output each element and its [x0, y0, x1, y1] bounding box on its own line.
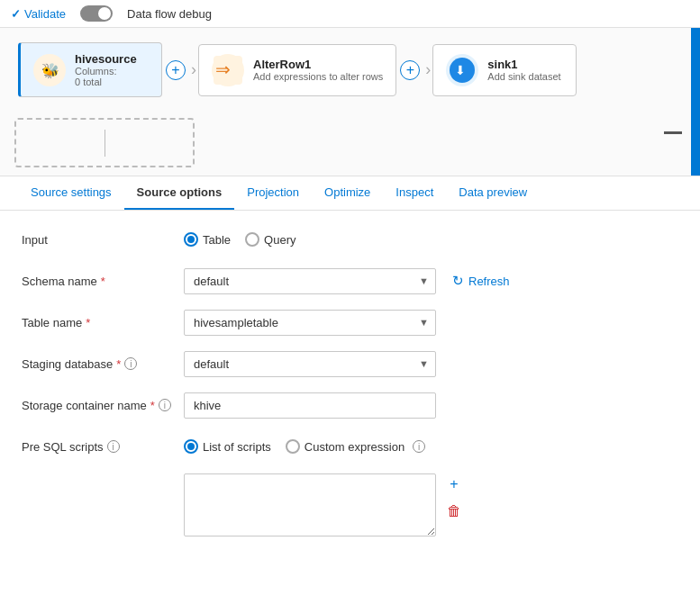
- hivesource-columns: Columns:0 total: [75, 66, 149, 87]
- table-name-control: hivesampletable ▼: [184, 310, 678, 336]
- sink1-content: sink1 Add sink dataset: [487, 58, 563, 82]
- schema-name-row: Schema name * default ▼ ↻ Refresh: [22, 266, 678, 295]
- tab-inspect[interactable]: Inspect: [383, 176, 446, 210]
- arrow-2: ›: [425, 60, 431, 79]
- radio-table-inner: [187, 236, 195, 243]
- pre-sql-radio-group: List of scripts Custom expression i: [184, 439, 425, 454]
- schema-name-select-wrapper: default ▼: [184, 268, 436, 294]
- tabs-bar: Source settings Source options Projectio…: [0, 176, 700, 211]
- table-name-required: *: [86, 316, 90, 329]
- schema-name-control: default ▼ ↻ Refresh: [184, 268, 678, 294]
- alterrow1-sub: Add expressions to alter rows: [253, 71, 383, 82]
- input-label: Input: [22, 233, 184, 247]
- table-name-select[interactable]: hivesampletable: [184, 310, 436, 336]
- node-sink1[interactable]: ⬇ sink1 Add sink dataset: [432, 44, 577, 96]
- schema-name-select[interactable]: default: [184, 268, 436, 294]
- schema-name-required: *: [101, 275, 105, 288]
- staging-db-select[interactable]: default: [184, 351, 436, 377]
- delete-script-button[interactable]: 🗑: [443, 500, 465, 522]
- radio-list-outer: [184, 439, 198, 454]
- refresh-button[interactable]: ↻ Refresh: [445, 269, 517, 293]
- staging-db-required: *: [116, 357, 121, 371]
- tab-projection[interactable]: Projection: [234, 176, 312, 210]
- node-hivesource[interactable]: 🐝 hivesource Columns:0 total: [18, 42, 162, 97]
- debug-toggle[interactable]: [80, 5, 113, 22]
- radio-query-outer: [245, 232, 259, 247]
- minimize-button[interactable]: [664, 131, 682, 134]
- sink1-sub: Add sink dataset: [487, 71, 563, 82]
- svg-text:⇒: ⇒: [215, 59, 231, 79]
- pre-sql-control: List of scripts Custom expression i: [184, 439, 678, 454]
- radio-query[interactable]: Query: [245, 232, 295, 247]
- input-control: Table Query: [184, 232, 678, 247]
- hivesource-title: hivesource: [75, 52, 149, 66]
- alter-icon: ⇒: [212, 54, 244, 86]
- hivesource-content: hivesource Columns:0 total: [75, 52, 149, 87]
- arrow-1: ›: [191, 60, 196, 79]
- radio-list-inner: [187, 443, 195, 450]
- check-icon: ✓: [11, 7, 21, 21]
- radio-table[interactable]: Table: [184, 232, 231, 247]
- textarea-action-buttons: + 🗑: [443, 473, 465, 522]
- staging-db-control: default ▼: [184, 351, 678, 377]
- table-name-row: Table name * hivesampletable ▼: [22, 308, 678, 337]
- debug-label: Data flow debug: [127, 7, 212, 21]
- node-alterrow1[interactable]: ⇒ AlterRow1 Add expressions to alter row…: [198, 44, 396, 96]
- radio-table-outer: [184, 232, 198, 247]
- pre-sql-row: Pre SQL scripts i List of scripts Custom…: [22, 432, 678, 461]
- storage-container-control: khive: [184, 392, 678, 419]
- empty-node-placeholder[interactable]: [14, 118, 195, 167]
- sql-textarea[interactable]: [184, 473, 436, 536]
- table-name-label: Table name *: [22, 316, 184, 329]
- staging-db-row: Staging database * i default ▼: [22, 349, 678, 378]
- storage-container-row: Storage container name * i khive: [22, 391, 678, 419]
- staging-db-select-wrapper: default ▼: [184, 351, 436, 377]
- alterrow1-content: AlterRow1 Add expressions to alter rows: [253, 58, 383, 82]
- staging-db-label: Staging database * i: [22, 357, 184, 371]
- radio-list-label: List of scripts: [203, 440, 271, 454]
- custom-expression-info-icon[interactable]: i: [413, 440, 425, 453]
- radio-table-label: Table: [203, 233, 231, 247]
- radio-custom-label: Custom expression: [305, 440, 405, 454]
- add-script-button[interactable]: +: [443, 473, 465, 495]
- pre-sql-label: Pre SQL scripts i: [22, 440, 184, 454]
- storage-container-input[interactable]: khive: [184, 392, 436, 419]
- toggle-knob: [98, 7, 111, 20]
- form-area: Input Table Query Schema name *: [0, 211, 700, 585]
- sink-icon: ⬇: [446, 54, 478, 86]
- tab-data-preview[interactable]: Data preview: [446, 176, 540, 210]
- storage-container-label: Storage container name * i: [22, 399, 184, 412]
- storage-required: *: [150, 399, 155, 412]
- alterrow1-title: AlterRow1: [253, 58, 383, 71]
- sink1-title: sink1: [487, 58, 563, 71]
- input-radio-group: Table Query: [184, 232, 295, 247]
- pipeline: 🐝 hivesource Columns:0 total + › ⇒ Alter…: [18, 42, 682, 97]
- tab-source-options[interactable]: Source options: [124, 176, 235, 210]
- radio-query-label: Query: [264, 233, 295, 247]
- dashed-line: [105, 130, 105, 157]
- schema-name-label: Schema name *: [22, 275, 184, 288]
- radio-custom-outer: [286, 439, 300, 454]
- hive-icon: 🐝: [33, 54, 66, 86]
- input-row: Input Table Query: [22, 225, 678, 254]
- svg-text:🐝: 🐝: [41, 62, 59, 79]
- add-after-alterrow1[interactable]: +: [400, 60, 420, 80]
- validate-label: Validate: [24, 7, 66, 21]
- tab-source-settings[interactable]: Source settings: [18, 176, 124, 210]
- staging-db-info-icon[interactable]: i: [124, 357, 137, 370]
- add-after-hivesource[interactable]: +: [166, 60, 186, 80]
- pre-sql-info-icon[interactable]: i: [107, 440, 120, 453]
- radio-list-scripts[interactable]: List of scripts: [184, 439, 271, 454]
- refresh-label: Refresh: [468, 275, 510, 288]
- refresh-icon: ↻: [452, 273, 464, 289]
- toolbar: ✓ Validate Data flow debug: [0, 0, 700, 28]
- pipeline-canvas: 🐝 hivesource Columns:0 total + › ⇒ Alter…: [0, 28, 700, 176]
- right-sidebar-bar: [691, 28, 700, 176]
- radio-custom-expression[interactable]: Custom expression i: [286, 439, 425, 454]
- table-name-select-wrapper: hivesampletable ▼: [184, 310, 436, 336]
- tab-optimize[interactable]: Optimize: [312, 176, 383, 210]
- storage-info-icon[interactable]: i: [159, 399, 171, 411]
- svg-text:⬇: ⬇: [455, 63, 466, 77]
- sql-textarea-row: + 🗑: [184, 473, 678, 536]
- validate-button[interactable]: ✓ Validate: [11, 7, 66, 21]
